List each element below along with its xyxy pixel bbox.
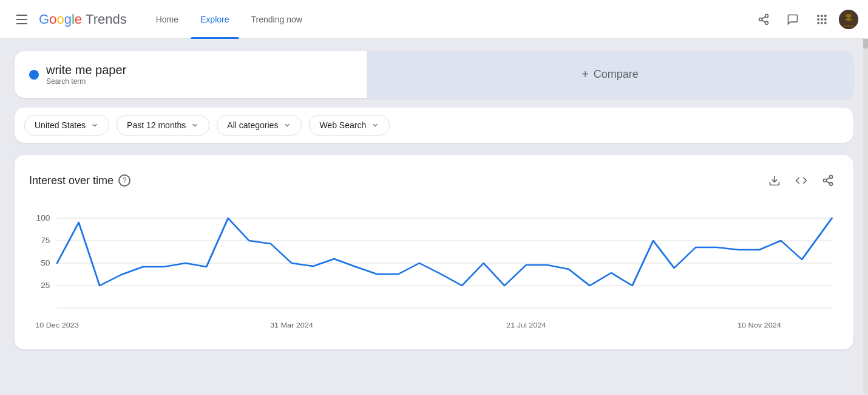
search-type-label: Web Search (319, 120, 366, 130)
svg-line-23 (826, 177, 830, 179)
svg-text:75: 75 (41, 236, 50, 245)
menu-button[interactable] (10, 7, 34, 32)
categories-filter[interactable]: All categories (217, 115, 302, 136)
search-term-sub: Search term (46, 77, 126, 86)
feedback-button[interactable] (781, 7, 805, 32)
svg-point-21 (830, 182, 833, 185)
svg-point-16 (846, 16, 847, 18)
navbar: Google Trends Home Explore Trending now (0, 0, 868, 39)
region-label: United States (35, 120, 86, 130)
svg-line-22 (826, 181, 830, 183)
svg-rect-10 (824, 18, 826, 20)
svg-text:31 Mar 2024: 31 Mar 2024 (270, 321, 313, 329)
svg-rect-12 (821, 22, 822, 24)
svg-text:10 Dec 2023: 10 Dec 2023 (35, 321, 79, 329)
svg-point-19 (830, 176, 833, 179)
feedback-icon (787, 13, 799, 26)
svg-point-0 (765, 14, 768, 17)
svg-text:50: 50 (41, 259, 50, 267)
chart-card: Interest over time ? (15, 155, 853, 349)
chevron-down-icon-cat (283, 121, 291, 129)
search-area: write me paper Search term + Compare (15, 51, 853, 98)
main-content: write me paper Search term + Compare Uni… (0, 39, 868, 362)
avatar[interactable] (839, 10, 858, 29)
search-term-box: write me paper Search term (15, 51, 367, 98)
scrollbar[interactable] (863, 0, 868, 395)
share-chart-button[interactable] (817, 170, 839, 191)
time-label: Past 12 months (127, 120, 186, 130)
svg-text:10 Nov 2024: 10 Nov 2024 (737, 321, 781, 329)
embed-button[interactable] (790, 170, 812, 191)
avatar-icon (839, 10, 858, 29)
search-term-title: write me paper (46, 63, 126, 77)
svg-line-3 (762, 20, 765, 22)
apps-icon (816, 13, 828, 26)
download-icon (768, 174, 781, 187)
chart-container: 100 75 50 25 10 Dec 2023 31 Mar 2024 21 … (29, 206, 839, 340)
filters-row: United States Past 12 months All categor… (15, 108, 853, 143)
chevron-down-icon (90, 121, 99, 129)
compare-plus-icon: + (581, 67, 589, 81)
interest-chart: 100 75 50 25 10 Dec 2023 31 Mar 2024 21 … (29, 206, 839, 340)
compare-box[interactable]: + Compare (367, 51, 853, 98)
download-button[interactable] (764, 170, 785, 191)
svg-text:21 Jul 2024: 21 Jul 2024 (506, 321, 546, 329)
svg-point-1 (759, 18, 762, 21)
nav-home[interactable]: Home (146, 0, 188, 39)
time-filter[interactable]: Past 12 months (117, 115, 209, 136)
svg-point-20 (824, 179, 827, 182)
svg-rect-6 (821, 15, 822, 16)
chart-title: Interest over time (29, 174, 114, 187)
svg-point-17 (850, 16, 852, 18)
nav-links: Home Explore Trending now (146, 0, 751, 39)
svg-point-2 (765, 21, 768, 24)
svg-text:100: 100 (36, 214, 50, 222)
svg-line-4 (762, 16, 765, 18)
chart-actions (764, 170, 839, 191)
chevron-down-icon-search (371, 121, 379, 129)
svg-rect-11 (818, 22, 819, 24)
embed-icon (795, 174, 807, 187)
apps-button[interactable] (810, 7, 834, 32)
search-type-filter[interactable]: Web Search (309, 115, 390, 136)
svg-rect-13 (824, 22, 826, 24)
nav-trending[interactable]: Trending now (242, 0, 312, 39)
search-dot (29, 70, 39, 80)
help-icon[interactable]: ? (118, 174, 131, 187)
share-button[interactable] (751, 7, 776, 32)
chart-header: Interest over time ? (29, 170, 839, 191)
svg-text:25: 25 (41, 281, 50, 290)
svg-rect-5 (818, 15, 819, 16)
chevron-down-icon-time (191, 121, 199, 129)
svg-rect-8 (818, 18, 819, 20)
svg-rect-9 (821, 18, 822, 20)
svg-rect-7 (824, 15, 826, 16)
nav-explore[interactable]: Explore (191, 0, 239, 39)
share-icon (758, 13, 770, 26)
share-chart-icon (822, 174, 834, 187)
google-trends-logo[interactable]: Google Trends (39, 12, 127, 27)
categories-label: All categories (227, 120, 278, 130)
region-filter[interactable]: United States (24, 115, 109, 136)
compare-label: Compare (594, 68, 639, 81)
nav-actions (751, 7, 858, 32)
